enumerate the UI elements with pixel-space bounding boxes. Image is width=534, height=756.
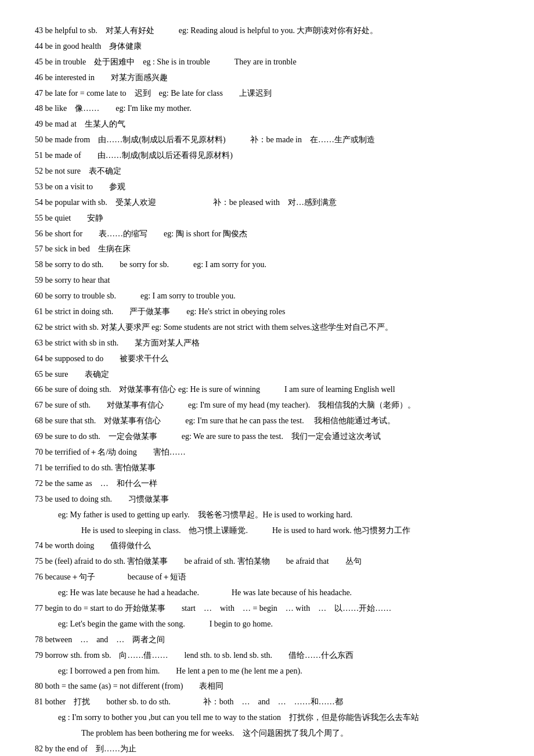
content-line-35: 76 because＋句子 because of＋短语 [35,570,499,585]
content-line-18: 61 be strict in doing sth. 严于做某事 eg: He'… [35,304,499,319]
content-line-45: The problem has been bothering me for we… [35,726,499,741]
content-line-3: 46 be interested in 对某方面感兴趣 [35,70,499,85]
content-line-38: eg: Let's begin the game with the song. … [35,617,499,632]
content-line-12: 55 be quiet 安静 [35,211,499,226]
content-line-17: 60 be sorry to trouble sb. eg: I am sorr… [35,289,499,304]
content-line-16: 59 be sorry to hear that [35,273,499,288]
content-line-44: eg : I'm sorry to bother you ,but can yo… [35,710,499,725]
content-line-28: 71 be terrified to do sth. 害怕做某事 [35,460,499,476]
content-line-42: 80 both = the same (as) = not different … [35,679,499,694]
content-line-43: 81 bother 打扰 bother sb. to do sth. 补：bot… [35,694,499,710]
content-line-29: 72 be the same as … 和什么一样 [35,476,499,491]
content-line-10: 53 be on a visit to 参观 [35,179,499,195]
content-line-37: 77 begin to do = start to do 开始做某事 start… [35,601,499,616]
content-line-7: 50 be made from 由……制成(制成以后看不见原材料) 补：be m… [35,132,499,147]
content-line-46: 82 by the end of 到……为止 [35,741,499,756]
content-line-20: 63 be strict with sb in sth. 某方面对某人严格 [35,336,499,351]
content-line-26: 69 be sure to do sth. 一定会做某事 eg: We are … [35,429,499,444]
content-line-22: 65 be sure 表确定 [35,367,499,382]
content-line-39: 78 between … and … 两者之间 [35,632,499,647]
content-line-9: 52 be not sure 表不确定 [35,164,499,179]
content-line-14: 57 be sick in bed 生病在床 [35,242,499,257]
content-line-24: 67 be sure of sth. 对做某事有信心 eg: I'm sure … [35,398,499,413]
content-line-31: eg: My father is used to getting up earl… [35,507,499,523]
content-line-19: 62 be strict with sb. 对某人要求严 eg: Some st… [35,320,499,335]
content-line-11: 54 be popular with sb. 受某人欢迎 补：be please… [35,195,499,210]
content-line-6: 49 be mad at 生某人的气 [35,117,499,132]
content-line-23: 66 be sure of doing sth. 对做某事有信心 eg: He … [35,382,499,397]
content-line-8: 51 be made of 由……制成(制成以后还看得见原材料) [35,148,499,163]
content-line-15: 58 be sorry to do sth. be sorry for sb. … [35,257,499,272]
content-line-32: He is used to sleeping in class. 他习惯上课睡觉… [35,523,499,538]
content-line-5: 48 be like 像…… eg: I'm like my mother. [35,101,499,116]
content-line-27: 70 be terrified of＋名/动 doing 害怕…… [35,445,499,460]
content-line-34: 75 be (feel) afraid to do sth. 害怕做某事 be … [35,554,499,569]
content-line-0: 43 be helpful to sb. 对某人有好处 eg: Reading … [35,23,499,38]
content-line-21: 64 be supposed to do 被要求干什么 [35,351,499,366]
content-line-33: 74 be worth doing 值得做什么 [35,538,499,553]
content-line-13: 56 be short for 表……的缩写 eg: 陶 is short fo… [35,226,499,242]
content-line-36: eg: He was late because he had a headach… [35,585,499,600]
main-content: 43 be helpful to sb. 对某人有好处 eg: Reading … [35,23,499,756]
content-line-4: 47 be late for = come late to 迟到 eg: Be … [35,86,499,101]
content-line-30: 73 be used to doing sth. 习惯做某事 [35,492,499,507]
content-line-41: eg: I borrowed a pen from him. He lent a… [35,664,499,679]
content-line-2: 45 be in trouble 处于困难中 eg : She is in tr… [35,55,499,70]
content-line-1: 44 be in good health 身体健康 [35,39,499,54]
content-line-40: 79 borrow sth. from sb. 向……借…… lend sth.… [35,648,499,663]
content-line-25: 68 be sure that sth. 对做某事有信心 eg: I'm sur… [35,413,499,429]
